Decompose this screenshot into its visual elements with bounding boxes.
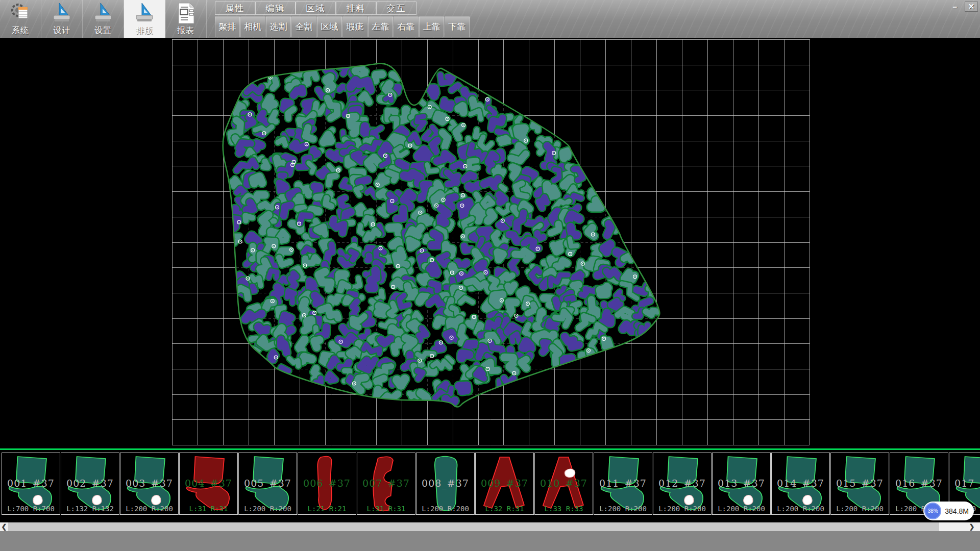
tool-button-9[interactable]: 上靠 xyxy=(419,16,444,37)
nesting-canvas[interactable] xyxy=(0,38,980,448)
thumbnail-cells: 001_#37L:700 R:700002_#37L:132 R:132003_… xyxy=(2,453,980,515)
menu-item-4[interactable]: 排料 xyxy=(336,2,376,15)
piece-lr-count: L:200 R:200 xyxy=(653,505,711,513)
piece-lr-count: L:33 R:33 xyxy=(535,505,593,513)
piece-name: 011_#37 xyxy=(594,478,652,489)
status-footer xyxy=(0,531,980,551)
report-icon xyxy=(176,2,196,24)
piece-name: 015_#37 xyxy=(831,478,889,489)
horizontal-scrollbar[interactable]: ❮ ❯ xyxy=(0,522,980,531)
menu-item-3[interactable]: 区域 xyxy=(296,2,336,15)
tool-row: 聚排相机选割全割区域瑕疵左靠右靠上靠下靠 xyxy=(215,16,470,37)
piece-name: 014_#37 xyxy=(772,478,829,489)
thumbnail-cell-5[interactable]: 005_#37L:200 R:200 xyxy=(238,453,297,515)
tool-button-2[interactable]: 相机 xyxy=(240,16,265,37)
thumbnail-cell-14[interactable]: 014_#37L:200 R:200 xyxy=(771,453,830,515)
piece-lr-count: L:200 R:200 xyxy=(831,505,889,513)
thumbnail-cell-13[interactable]: 013_#37L:200 R:200 xyxy=(712,453,771,515)
piece-name: 003_#37 xyxy=(120,478,178,489)
piece-lr-count: L:31 R:31 xyxy=(357,505,415,513)
thumbnail-cell-7[interactable]: 007_#37L:31 R:31 xyxy=(357,453,415,515)
piece-lr-count: L:200 R:200 xyxy=(594,505,652,513)
memory-percent-badge: 38% xyxy=(924,503,941,519)
menu-bar: 属性编辑区域排料交互 xyxy=(215,2,416,15)
thumbnail-cell-2[interactable]: 002_#37L:132 R:132 xyxy=(61,453,119,515)
thumbnail-cell-10[interactable]: 010_#37L:33 R:33 xyxy=(534,453,593,515)
app-tab-5[interactable]: 报表 xyxy=(165,0,207,38)
piece-lr-count: L:21 R:21 xyxy=(298,505,356,513)
piece-lr-count: L:200 R:200 xyxy=(120,505,178,513)
tool-button-1[interactable]: 聚排 xyxy=(215,16,240,37)
app-tab-label: 报表 xyxy=(177,26,194,36)
design-ruler-icon xyxy=(52,2,72,24)
nesting-ruler-icon xyxy=(134,2,155,24)
piece-name: 002_#37 xyxy=(61,478,119,489)
piece-name: 006_#37 xyxy=(298,478,356,489)
app-tab-2[interactable]: 设计 xyxy=(41,0,83,38)
piece-name: 001_#37 xyxy=(2,478,60,489)
thumbnail-cell-9[interactable]: 009_#37L:32 R:31 xyxy=(475,453,534,515)
piece-name: 009_#37 xyxy=(476,478,533,489)
piece-thumbnail-strip: 001_#37L:700 R:700002_#37L:132 R:132003_… xyxy=(0,448,980,522)
piece-name: 013_#37 xyxy=(713,478,770,489)
menu-item-1[interactable]: 属性 xyxy=(215,2,255,15)
piece-lr-count: L:132 R:132 xyxy=(61,505,119,513)
nesting-workspace[interactable] xyxy=(0,38,980,448)
piece-name: 017_#37 xyxy=(949,478,980,489)
app-tabs: 系统设计设置排版报表 xyxy=(0,0,207,38)
scroll-left-icon[interactable]: ❮ xyxy=(0,522,8,531)
tool-button-6[interactable]: 瑕疵 xyxy=(342,16,368,37)
scroll-right-icon[interactable]: ❯ xyxy=(968,522,976,531)
settings-ruler-icon xyxy=(93,2,113,24)
piece-lr-count: L:32 R:31 xyxy=(476,505,533,513)
app-tab-label: 排版 xyxy=(136,26,153,36)
app-tab-label: 系统 xyxy=(12,26,29,36)
piece-lr-count: L:200 R:200 xyxy=(772,505,829,513)
tool-button-4[interactable]: 全割 xyxy=(291,16,316,37)
piece-name: 005_#37 xyxy=(239,478,297,489)
tool-button-3[interactable]: 选割 xyxy=(266,16,291,37)
app-tab-1[interactable]: 系统 xyxy=(0,0,41,38)
tool-button-10[interactable]: 下靠 xyxy=(445,16,470,37)
thumbnail-cell-8[interactable]: 008_#37L:200 R:200 xyxy=(416,453,475,515)
thumbnail-cell-4[interactable]: 004_#37L:31 R:31 xyxy=(179,453,238,515)
app-tab-4[interactable]: 排版 xyxy=(124,0,165,38)
app-tab-label: 设置 xyxy=(94,26,112,36)
piece-name: 004_#37 xyxy=(180,478,237,489)
memory-size-label: 384.8M xyxy=(945,507,969,515)
piece-lr-count: L:200 R:200 xyxy=(713,505,770,513)
tool-button-5[interactable]: 区域 xyxy=(317,16,342,37)
piece-lr-count: L:700 R:700 xyxy=(2,505,60,513)
thumbnail-cell-3[interactable]: 003_#37L:200 R:200 xyxy=(120,453,179,515)
piece-name: 010_#37 xyxy=(535,478,593,489)
thumbnail-cell-15[interactable]: 015_#37L:200 R:200 xyxy=(830,453,889,515)
piece-name: 016_#37 xyxy=(890,478,948,489)
system-gear-icon xyxy=(10,2,31,24)
piece-lr-count: L:200 R:200 xyxy=(416,505,474,513)
menu-item-5[interactable]: 交互 xyxy=(376,2,416,15)
minimize-button[interactable]: − xyxy=(948,2,962,12)
piece-lr-count: L:31 R:31 xyxy=(180,505,237,513)
window-controls: − ✕ xyxy=(948,2,978,12)
menu-item-2[interactable]: 编辑 xyxy=(255,2,296,15)
tool-button-8[interactable]: 右靠 xyxy=(394,16,419,37)
app-tab-3[interactable]: 设置 xyxy=(83,0,124,38)
thumbnail-cell-6[interactable]: 006_#37L:21 R:21 xyxy=(298,453,356,515)
close-button[interactable]: ✕ xyxy=(965,2,978,12)
app-tab-label: 设计 xyxy=(53,26,70,36)
toolbar: 系统设计设置排版报表 属性编辑区域排料交互 聚排相机选割全割区域瑕疵左靠右靠上靠… xyxy=(0,0,980,38)
piece-name: 007_#37 xyxy=(357,478,415,489)
thumbnail-cell-12[interactable]: 012_#37L:200 R:200 xyxy=(653,453,712,515)
thumbnail-cell-11[interactable]: 011_#37L:200 R:200 xyxy=(594,453,652,515)
memory-gauge: 38% 384.8M xyxy=(923,502,974,520)
piece-name: 012_#37 xyxy=(653,478,711,489)
tool-button-7[interactable]: 左靠 xyxy=(368,16,393,37)
piece-name: 008_#37 xyxy=(416,478,474,489)
piece-lr-count: L:200 R:200 xyxy=(239,505,297,513)
thumbnail-cell-1[interactable]: 001_#37L:700 R:700 xyxy=(2,453,60,515)
